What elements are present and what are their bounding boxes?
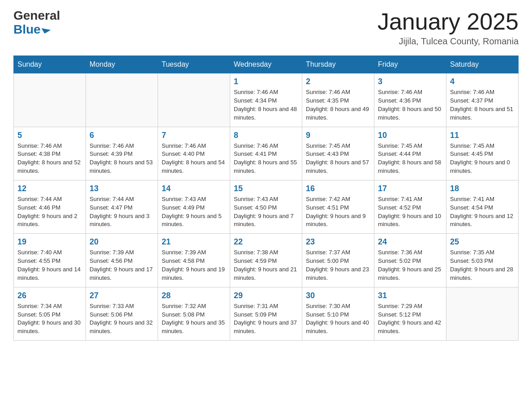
day-number: 28 (162, 291, 226, 300)
header-row: SundayMondayTuesdayWednesdayThursdayFrid… (14, 56, 519, 73)
calendar-cell: 17Sunrise: 7:41 AMSunset: 4:52 PMDayligh… (374, 180, 446, 233)
day-number: 19 (17, 237, 82, 247)
day-number: 15 (234, 184, 298, 193)
calendar-cell: 16Sunrise: 7:42 AMSunset: 4:51 PMDayligh… (302, 180, 374, 233)
calendar-cell: 8Sunrise: 7:46 AMSunset: 4:41 PMDaylight… (230, 127, 302, 180)
header-cell-thursday: Thursday (302, 56, 374, 73)
day-info: Sunrise: 7:44 AMSunset: 4:46 PMDaylight:… (17, 195, 82, 229)
day-info: Sunrise: 7:39 AMSunset: 4:56 PMDaylight:… (90, 248, 154, 282)
calendar-cell: 15Sunrise: 7:43 AMSunset: 4:50 PMDayligh… (230, 180, 302, 233)
day-info: Sunrise: 7:35 AMSunset: 5:03 PMDaylight:… (450, 248, 515, 282)
day-number: 6 (90, 131, 154, 140)
day-info: Sunrise: 7:46 AMSunset: 4:37 PMDaylight:… (450, 88, 515, 122)
day-number: 22 (234, 237, 298, 247)
header-cell-sunday: Sunday (14, 56, 86, 73)
day-number: 18 (450, 184, 515, 193)
day-info: Sunrise: 7:32 AMSunset: 5:08 PMDaylight:… (162, 302, 226, 336)
day-info: Sunrise: 7:37 AMSunset: 5:00 PMDaylight:… (306, 248, 370, 282)
day-number: 21 (162, 237, 226, 247)
day-number: 16 (306, 184, 370, 193)
day-info: Sunrise: 7:41 AMSunset: 4:52 PMDaylight:… (378, 195, 442, 229)
day-number: 25 (450, 237, 515, 247)
day-number: 31 (378, 291, 442, 300)
calendar-cell: 5Sunrise: 7:46 AMSunset: 4:38 PMDaylight… (14, 127, 86, 180)
calendar-cell: 6Sunrise: 7:46 AMSunset: 4:39 PMDaylight… (86, 127, 158, 180)
day-number: 11 (450, 131, 515, 140)
calendar-cell (446, 287, 519, 340)
day-info: Sunrise: 7:45 AMSunset: 4:43 PMDaylight:… (306, 142, 370, 176)
day-info: Sunrise: 7:46 AMSunset: 4:36 PMDaylight:… (378, 88, 442, 122)
day-info: Sunrise: 7:46 AMSunset: 4:34 PMDaylight:… (234, 88, 298, 122)
calendar-header: SundayMondayTuesdayWednesdayThursdayFrid… (14, 56, 519, 73)
day-info: Sunrise: 7:30 AMSunset: 5:10 PMDaylight:… (306, 302, 370, 336)
header-cell-wednesday: Wednesday (230, 56, 302, 73)
calendar-cell: 29Sunrise: 7:31 AMSunset: 5:09 PMDayligh… (230, 287, 302, 340)
calendar-cell: 19Sunrise: 7:40 AMSunset: 4:55 PMDayligh… (14, 234, 86, 287)
day-info: Sunrise: 7:46 AMSunset: 4:35 PMDaylight:… (306, 88, 370, 122)
header-cell-tuesday: Tuesday (158, 56, 230, 73)
calendar-cell: 21Sunrise: 7:39 AMSunset: 4:58 PMDayligh… (158, 234, 230, 287)
day-number: 12 (17, 184, 82, 193)
calendar-cell: 11Sunrise: 7:45 AMSunset: 4:45 PMDayligh… (446, 127, 519, 180)
day-info: Sunrise: 7:29 AMSunset: 5:12 PMDaylight:… (378, 302, 442, 336)
day-info: Sunrise: 7:43 AMSunset: 4:50 PMDaylight:… (234, 195, 298, 229)
calendar-cell: 23Sunrise: 7:37 AMSunset: 5:00 PMDayligh… (302, 234, 374, 287)
calendar-body: 1Sunrise: 7:46 AMSunset: 4:34 PMDaylight… (14, 73, 519, 341)
day-info: Sunrise: 7:46 AMSunset: 4:41 PMDaylight:… (234, 142, 298, 176)
day-info: Sunrise: 7:45 AMSunset: 4:44 PMDaylight:… (378, 142, 442, 176)
day-number: 7 (162, 131, 226, 140)
day-number: 30 (306, 291, 370, 300)
calendar-cell: 24Sunrise: 7:36 AMSunset: 5:02 PMDayligh… (374, 234, 446, 287)
calendar-week-3: 12Sunrise: 7:44 AMSunset: 4:46 PMDayligh… (14, 180, 519, 233)
logo-general-text: General (13, 9, 60, 23)
calendar-week-5: 26Sunrise: 7:34 AMSunset: 5:05 PMDayligh… (14, 287, 519, 340)
calendar-cell: 27Sunrise: 7:33 AMSunset: 5:06 PMDayligh… (86, 287, 158, 340)
calendar-cell: 18Sunrise: 7:41 AMSunset: 4:54 PMDayligh… (446, 180, 519, 233)
day-info: Sunrise: 7:33 AMSunset: 5:06 PMDaylight:… (90, 302, 154, 336)
day-number: 1 (234, 77, 298, 86)
day-info: Sunrise: 7:44 AMSunset: 4:47 PMDaylight:… (90, 195, 154, 229)
day-info: Sunrise: 7:39 AMSunset: 4:58 PMDaylight:… (162, 248, 226, 282)
header-cell-friday: Friday (374, 56, 446, 73)
page-header: General Blue January 2025 Jijila, Tulcea… (13, 9, 519, 47)
day-number: 2 (306, 77, 370, 86)
calendar-week-2: 5Sunrise: 7:46 AMSunset: 4:38 PMDaylight… (14, 127, 519, 180)
day-info: Sunrise: 7:40 AMSunset: 4:55 PMDaylight:… (17, 248, 82, 282)
calendar-cell (14, 73, 86, 127)
logo: General Blue (13, 9, 60, 37)
day-info: Sunrise: 7:34 AMSunset: 5:05 PMDaylight:… (17, 302, 82, 336)
calendar-cell: 4Sunrise: 7:46 AMSunset: 4:37 PMDaylight… (446, 73, 519, 127)
day-number: 27 (90, 291, 154, 300)
calendar-table: SundayMondayTuesdayWednesdayThursdayFrid… (13, 56, 519, 341)
calendar-cell (158, 73, 230, 127)
calendar-cell: 20Sunrise: 7:39 AMSunset: 4:56 PMDayligh… (86, 234, 158, 287)
logo-arrow-icon (41, 25, 51, 34)
day-info: Sunrise: 7:46 AMSunset: 4:38 PMDaylight:… (17, 142, 82, 176)
day-number: 26 (17, 291, 82, 300)
calendar-cell: 10Sunrise: 7:45 AMSunset: 4:44 PMDayligh… (374, 127, 446, 180)
location-subtitle: Jijila, Tulcea County, Romania (378, 36, 519, 47)
day-number: 24 (378, 237, 442, 247)
calendar-cell (86, 73, 158, 127)
day-info: Sunrise: 7:46 AMSunset: 4:40 PMDaylight:… (162, 142, 226, 176)
calendar-cell: 30Sunrise: 7:30 AMSunset: 5:10 PMDayligh… (302, 287, 374, 340)
calendar-cell: 13Sunrise: 7:44 AMSunset: 4:47 PMDayligh… (86, 180, 158, 233)
calendar-cell: 28Sunrise: 7:32 AMSunset: 5:08 PMDayligh… (158, 287, 230, 340)
calendar-cell: 25Sunrise: 7:35 AMSunset: 5:03 PMDayligh… (446, 234, 519, 287)
day-number: 3 (378, 77, 442, 86)
calendar-week-1: 1Sunrise: 7:46 AMSunset: 4:34 PMDaylight… (14, 73, 519, 127)
day-info: Sunrise: 7:46 AMSunset: 4:39 PMDaylight:… (90, 142, 154, 176)
calendar-cell: 1Sunrise: 7:46 AMSunset: 4:34 PMDaylight… (230, 73, 302, 127)
calendar-cell: 9Sunrise: 7:45 AMSunset: 4:43 PMDaylight… (302, 127, 374, 180)
calendar-cell: 22Sunrise: 7:38 AMSunset: 4:59 PMDayligh… (230, 234, 302, 287)
day-number: 23 (306, 237, 370, 247)
calendar-week-4: 19Sunrise: 7:40 AMSunset: 4:55 PMDayligh… (14, 234, 519, 287)
calendar-cell: 26Sunrise: 7:34 AMSunset: 5:05 PMDayligh… (14, 287, 86, 340)
day-info: Sunrise: 7:42 AMSunset: 4:51 PMDaylight:… (306, 195, 370, 229)
calendar-cell: 12Sunrise: 7:44 AMSunset: 4:46 PMDayligh… (14, 180, 86, 233)
day-number: 5 (17, 131, 82, 140)
day-info: Sunrise: 7:36 AMSunset: 5:02 PMDaylight:… (378, 248, 442, 282)
calendar-cell: 14Sunrise: 7:43 AMSunset: 4:49 PMDayligh… (158, 180, 230, 233)
header-cell-saturday: Saturday (446, 56, 519, 73)
day-number: 17 (378, 184, 442, 193)
